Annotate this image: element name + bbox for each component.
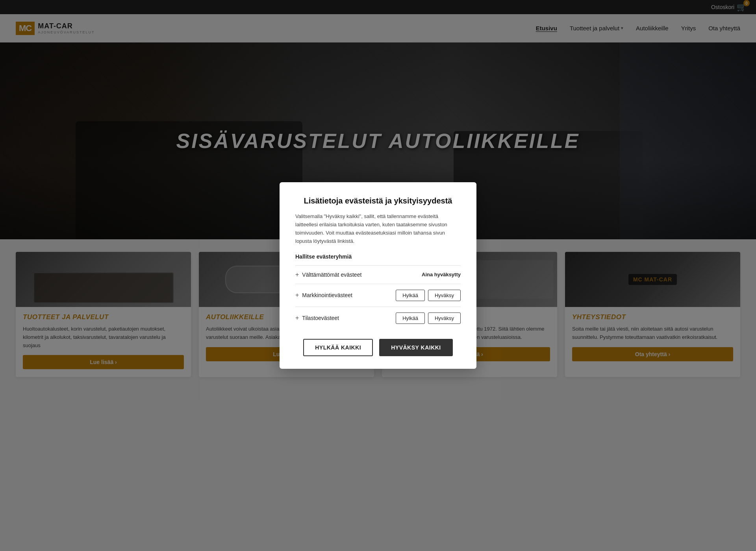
cookie-row-valttamattomat: + Välttämättömät evästeet Aina hyväksytt… [295,265,461,284]
cookie-modal-overlay: Lisätietoja evästeistä ja yksityisyydest… [0,0,756,393]
expand-valttamattomat-icon[interactable]: + [295,271,299,278]
always-accepted-label: Aina hyväksytty [422,272,461,277]
cookie-row-right-valttamattomat: Aina hyväksytty [422,272,461,277]
expand-tilasto-icon[interactable]: + [295,314,299,322]
cookie-modal: Lisätietoja evästeistä ja yksityisyydest… [280,182,476,368]
cookie-row-markkinointi: + Markkinointievästeet Hylkää Hyväksy [295,284,461,307]
cookie-label-tilasto: Tilastoevästeet [302,315,339,321]
accept-markkinointi-button[interactable]: Hyväksy [428,290,461,301]
cookie-label-markkinointi: Markkinointievästeet [302,292,352,298]
cookie-section-title: Hallitse evästeryhmiä [295,253,461,260]
accept-all-button[interactable]: HYVÄKSY KAIKKI [379,339,453,356]
reject-markkinointi-button[interactable]: Hylkää [396,290,425,301]
cookie-row-tilasto: + Tilastoevästeet Hylkää Hyväksy [295,307,461,329]
accept-tilasto-button[interactable]: Hyväksy [428,312,461,324]
reject-all-button[interactable]: HYLKÄÄ KAIKKI [303,339,373,356]
cookie-label-valttamattomat: Välttämättömät evästeet [302,272,361,278]
cookie-modal-description: Valitsemalla "Hyväksy kaikki", sallit, e… [295,213,461,245]
cookie-row-left-markkinointi: + Markkinointievästeet [295,292,352,299]
reject-tilasto-button[interactable]: Hylkää [396,312,425,324]
cookie-modal-footer: HYLKÄÄ KAIKKI HYVÄKSY KAIKKI [295,339,461,356]
cookie-row-right-tilasto: Hylkää Hyväksy [396,312,461,324]
cookie-modal-title: Lisätietoja evästeistä ja yksityisyydest… [295,196,461,205]
cookie-row-left-tilasto: + Tilastoevästeet [295,314,339,322]
cookie-row-left-valttamattomat: + Välttämättömät evästeet [295,271,361,278]
cookie-row-right-markkinointi: Hylkää Hyväksy [396,290,461,301]
expand-markkinointi-icon[interactable]: + [295,292,299,299]
